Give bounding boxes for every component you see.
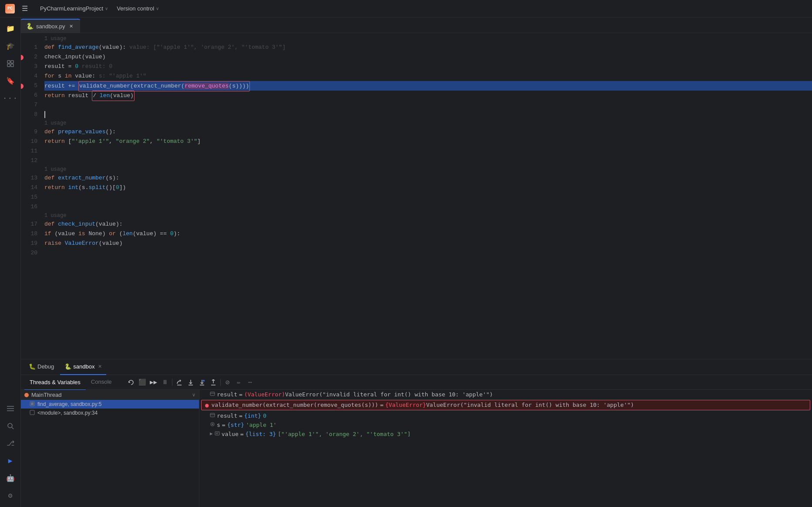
restart-btn[interactable] bbox=[126, 377, 136, 388]
sandbox-file-icon-debug: 🐍 bbox=[64, 363, 71, 370]
hamburger-menu[interactable]: ☰ bbox=[22, 4, 28, 13]
thread-label-bar: MainThread ∨ bbox=[21, 390, 199, 400]
var-icon-result2 bbox=[210, 412, 215, 419]
code-line-12 bbox=[44, 156, 812, 166]
threads-panel: MainThread ∨ find_average, sandbox.py:5 bbox=[21, 390, 199, 507]
debug-tab-icon: 🐛 bbox=[29, 363, 36, 370]
stack-frame-label-0: find_average, sandbox.py:5 bbox=[37, 401, 101, 407]
var-icon-s bbox=[210, 422, 215, 428]
svg-rect-20 bbox=[31, 402, 34, 405]
code-line-17: def check_input(value): bbox=[44, 220, 812, 229]
code-editor[interactable]: 1 2 3 4 5 6 7 8 9 10 11 12 13 14 15 16 1… bbox=[21, 33, 812, 359]
breakpoint-2[interactable] bbox=[21, 54, 24, 64]
debug-main-tab-sandbox[interactable]: 🐍 sandbox ✕ bbox=[60, 359, 106, 375]
step-into-fn-btn[interactable] bbox=[197, 377, 207, 388]
toolbar-sep-1 bbox=[172, 379, 172, 386]
svg-point-10 bbox=[21, 84, 24, 89]
usage-hint-2: 1 usage bbox=[44, 119, 812, 127]
code-line-18: if (value is None) or (len(value) == 0): bbox=[44, 229, 812, 239]
list-icon[interactable] bbox=[3, 401, 18, 416]
editor-tab-bar: 🐍 sandbox.py ✕ bbox=[21, 17, 812, 33]
var-row-result-error[interactable]: result = (ValueError) ValueError("invali… bbox=[199, 390, 812, 399]
code-line-6: return result / len(value) bbox=[44, 91, 812, 100]
variables-panel: result = (ValueError) ValueError("invali… bbox=[199, 390, 812, 507]
step-over-btn[interactable] bbox=[174, 377, 185, 388]
debug-sub-tabs-row: Threads & Variables Console ⬛ bbox=[21, 375, 812, 390]
svg-rect-1 bbox=[11, 61, 13, 63]
debug-content: MainThread ∨ find_average, sandbox.py:5 bbox=[21, 390, 812, 507]
debug-sub-tabs: Threads & Variables Console bbox=[21, 375, 121, 390]
stack-frame-1[interactable]: <module>, sandbox.py:34 bbox=[21, 409, 199, 417]
pause-btn[interactable]: ⏸ bbox=[160, 377, 170, 388]
edit-btn[interactable]: ✏ bbox=[234, 377, 244, 388]
code-line-14: return int(s.split()[0]) bbox=[44, 183, 812, 193]
bookmark-icon[interactable]: 🔖 bbox=[3, 73, 18, 89]
var-row-s[interactable]: s = {str} 'apple 1' bbox=[199, 420, 812, 429]
project-icon[interactable]: 📁 bbox=[3, 21, 18, 37]
var-icon-value bbox=[215, 431, 220, 437]
svg-rect-0 bbox=[7, 61, 10, 63]
editor-area: 🐍 sandbox.py ✕ 1 2 3 4 5 6 7 8 9 10 11 bbox=[21, 17, 812, 507]
svg-rect-29 bbox=[215, 432, 219, 435]
step-out-btn[interactable] bbox=[208, 377, 219, 388]
code-line-20 bbox=[44, 248, 812, 258]
stop-btn[interactable]: ⬛ bbox=[137, 377, 148, 388]
debug-run-icon[interactable]: ▶ bbox=[3, 453, 18, 469]
var-row-value[interactable]: ▶ value = {list: 3} ["'apple 1'", 'orang… bbox=[199, 429, 812, 439]
thread-status-dot bbox=[24, 393, 29, 397]
resume-btn[interactable]: ▶▶ bbox=[148, 377, 159, 388]
frame-icon-1 bbox=[30, 410, 35, 416]
usage-hint-4: 1 usage bbox=[44, 212, 812, 220]
app-logo: PC bbox=[5, 4, 15, 14]
code-line-11 bbox=[44, 146, 812, 156]
more-debug-btn[interactable]: ⋯ bbox=[245, 377, 256, 388]
usage-hint-1: 1 usage bbox=[44, 35, 812, 43]
thread-dropdown-arrow[interactable]: ∨ bbox=[192, 392, 195, 398]
step-into-btn[interactable] bbox=[185, 377, 196, 388]
code-line-4: for s in value: s: "'apple 1'" bbox=[44, 71, 812, 81]
learn-icon[interactable]: 🎓 bbox=[3, 38, 18, 54]
frame-icon-0 bbox=[30, 401, 35, 407]
code-line-9: def prepare_values(): bbox=[44, 127, 812, 137]
git-icon[interactable]: ⎇ bbox=[3, 436, 18, 451]
code-line-1: def find_average(value): value: ["'apple… bbox=[44, 43, 812, 52]
main-thread-name: MainThread bbox=[31, 392, 61, 398]
var-icon-result bbox=[210, 391, 215, 398]
sandbox-tab-close[interactable]: ✕ bbox=[68, 23, 75, 30]
svg-line-8 bbox=[12, 427, 13, 429]
more-icon[interactable]: ··· bbox=[3, 91, 18, 106]
plugin-icon[interactable] bbox=[3, 56, 18, 71]
debug-main-tabs: 🐛 Debug 🐍 sandbox ✕ bbox=[21, 359, 812, 375]
sandbox-tab[interactable]: 🐍 sandbox.py ✕ bbox=[21, 19, 80, 33]
code-line-2: check_input(value) bbox=[44, 52, 812, 62]
tab-threads-variables[interactable]: Threads & Variables bbox=[24, 375, 86, 390]
svg-point-9 bbox=[21, 55, 24, 60]
svg-rect-2 bbox=[7, 64, 10, 67]
stack-frame-label-1: <module>, sandbox.py:34 bbox=[37, 410, 98, 416]
debug-sandbox-close[interactable]: ✕ bbox=[98, 364, 102, 369]
project-name[interactable]: PyCharmLearningProject ∨ bbox=[37, 3, 111, 14]
error-icon: ● bbox=[205, 402, 209, 409]
code-line-10: return ["'apple 1'", "orange 2", "'tomat… bbox=[44, 137, 812, 146]
code-line-16 bbox=[44, 202, 812, 212]
code-line-13: def extract_number(s): bbox=[44, 173, 812, 183]
title-menu: PyCharmLearningProject ∨ Version control… bbox=[37, 3, 162, 14]
robot-icon[interactable]: 🤖 bbox=[3, 470, 18, 486]
var-row-validate-error[interactable]: ● validate_number(extract_number(remove_… bbox=[201, 400, 810, 410]
usage-hint-3: 1 usage bbox=[44, 166, 812, 173]
var-row-result-int[interactable]: result = {int} 0 bbox=[199, 411, 812, 420]
tab-console[interactable]: Console bbox=[86, 375, 117, 390]
mute-btn[interactable]: ⊘ bbox=[222, 377, 233, 388]
code-line-15 bbox=[44, 193, 812, 202]
settings-icon[interactable]: ⚙ bbox=[3, 488, 18, 504]
search-icon[interactable] bbox=[3, 418, 18, 434]
sandbox-tab-label: sandbox.py bbox=[36, 23, 65, 30]
svg-point-16 bbox=[203, 380, 205, 382]
svg-point-7 bbox=[8, 423, 12, 428]
breakpoint-5[interactable] bbox=[21, 83, 24, 92]
stack-frame-0[interactable]: find_average, sandbox.py:5 bbox=[21, 400, 199, 409]
var-expand-value[interactable]: ▶ bbox=[210, 431, 213, 436]
debug-panel: 🐛 Debug 🐍 sandbox ✕ Threads & Variables … bbox=[21, 359, 812, 507]
version-control-menu[interactable]: Version control ∨ bbox=[113, 3, 162, 14]
debug-main-tab-debug[interactable]: 🐛 Debug bbox=[24, 359, 58, 375]
